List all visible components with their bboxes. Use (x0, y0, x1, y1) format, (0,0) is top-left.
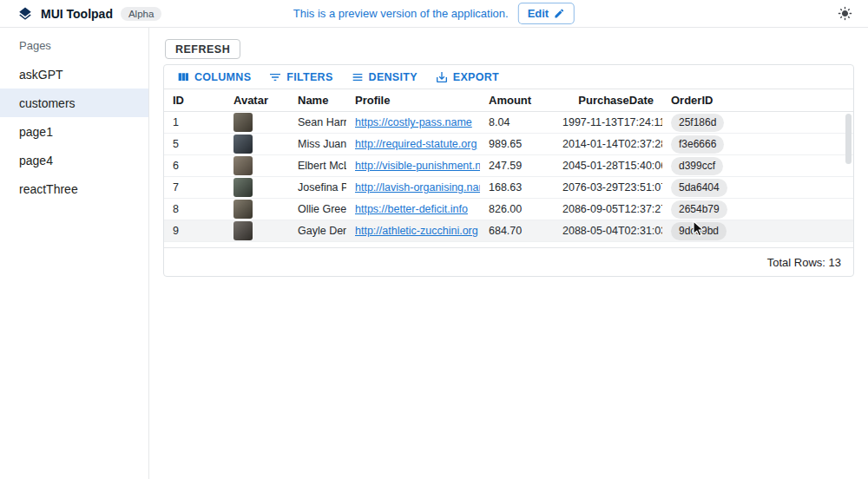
sidebar-item-label: customers (19, 96, 76, 110)
filters-button[interactable]: FILTERS (261, 68, 339, 87)
cell-orderid: 25f186d (662, 114, 853, 132)
cell-amount: 8.04 (480, 116, 554, 128)
vertical-scrollbar[interactable] (845, 114, 852, 164)
column-header-profile[interactable]: Profile (346, 94, 480, 107)
density-icon (351, 70, 365, 84)
cell-profile: http://visible-punishment.net (346, 160, 480, 172)
profile-link[interactable]: http://lavish-organising.name (355, 181, 480, 194)
order-id-chip[interactable]: 5da6404 (671, 179, 727, 197)
sidebar-item-customers[interactable]: customers (0, 89, 148, 117)
order-id-chip[interactable]: 2654b79 (671, 200, 727, 219)
cell-avatar (225, 135, 289, 154)
app-brand: MUI Toolpad Alpha (0, 6, 161, 22)
table-row[interactable]: 7 Josefina P... http://lavish-organising… (164, 177, 853, 199)
density-button-label: DENSITY (369, 71, 418, 83)
cell-avatar (225, 221, 289, 240)
cell-avatar (225, 178, 289, 197)
sidebar-item-askgpt[interactable]: askGPT (0, 60, 148, 89)
cell-avatar (225, 113, 289, 132)
profile-link[interactable]: http://athletic-zucchini.org (355, 225, 478, 237)
cell-purchasedate: 2088-05-04T02:31:03.294Z (554, 225, 662, 237)
toolpad-logo-icon (17, 6, 33, 22)
sidebar-item-page4[interactable]: page4 (0, 146, 148, 174)
cell-purchasedate: 2014-01-14T02:37:28.536Z (554, 138, 662, 150)
app-window: MUI Toolpad Alpha This is a preview vers… (0, 0, 868, 479)
cell-id: 1 (164, 116, 225, 128)
table-row[interactable]: 6 Elbert McL... http://visible-punishmen… (164, 155, 853, 177)
cell-name: Ollie Green... (289, 203, 346, 215)
cell-amount: 684.70 (480, 225, 554, 237)
cell-avatar (225, 200, 289, 219)
table-row[interactable]: 8 Ollie Green... https://better-deficit.… (164, 199, 853, 220)
sidebar-item-reactthree[interactable]: reactThree (0, 174, 148, 203)
export-icon (435, 70, 449, 84)
column-header-amount[interactable]: Amount (480, 94, 554, 107)
sidebar-item-page1[interactable]: page1 (0, 117, 148, 146)
grid-footer: Total Rows: 13 (164, 247, 853, 276)
theme-toggle-button[interactable] (836, 4, 854, 23)
cell-profile: https://costly-pass.name (346, 116, 480, 128)
columns-button[interactable]: COLUMNS (169, 68, 258, 87)
cell-profile: http://lavish-organising.name (346, 181, 480, 194)
sidebar-section-label: Pages (0, 28, 148, 60)
sidebar-item-label: page4 (19, 154, 53, 167)
refresh-button[interactable]: REFRESH (165, 39, 240, 59)
filters-button-label: FILTERS (286, 71, 332, 83)
cell-purchasedate: 2045-01-28T15:40:06.325Z (554, 160, 662, 172)
table-row[interactable]: 5 Miss Juan ... http://required-statute.… (164, 134, 853, 155)
avatar-image (233, 156, 253, 175)
column-header-purchasedate[interactable]: PurchaseDate (554, 94, 662, 107)
table-header-row: ID Avatar Name Profile Amount PurchaseDa… (164, 89, 853, 112)
order-id-chip[interactable]: f3e6666 (671, 135, 724, 154)
cell-amount: 826.00 (480, 203, 554, 215)
cell-orderid: d399ccf (662, 157, 853, 175)
cell-purchasedate: 1997-11-13T17:24:11.769Z (554, 116, 662, 128)
column-header-id[interactable]: ID (164, 94, 225, 107)
table-row[interactable]: 9 Gayle Den... http://athletic-zucchini.… (164, 220, 853, 242)
total-rows-label: Total Rows: 13 (767, 256, 841, 269)
avatar-image (233, 113, 253, 132)
profile-link[interactable]: http://required-statute.org (355, 138, 477, 150)
profile-link[interactable]: http://visible-punishment.net (355, 160, 480, 172)
cell-profile: http://required-statute.org (346, 138, 480, 150)
sidebar-item-label: reactThree (19, 182, 78, 196)
table-row[interactable]: 1 Sean Harris https://costly-pass.name 8… (164, 112, 853, 134)
cell-name: Miss Juan ... (289, 138, 346, 150)
table-body: 1 Sean Harris https://costly-pass.name 8… (164, 112, 853, 242)
cell-orderid: 9dc59bd (662, 222, 853, 240)
export-button-label: EXPORT (453, 71, 499, 83)
column-header-name[interactable]: Name (289, 94, 346, 107)
order-id-chip[interactable]: 9dc59bd (671, 222, 727, 240)
cell-amount: 168.63 (480, 181, 554, 194)
cell-orderid: 2654b79 (662, 200, 853, 219)
edit-button-label: Edit (528, 7, 549, 20)
edit-button[interactable]: Edit (518, 3, 575, 24)
alpha-badge: Alpha (121, 7, 161, 21)
order-id-chip[interactable]: 25f186d (671, 114, 724, 132)
sidebar-item-label: askGPT (19, 68, 63, 82)
columns-icon (176, 70, 190, 84)
cell-id: 6 (164, 160, 225, 172)
cell-id: 5 (164, 138, 225, 150)
density-button[interactable]: DENSITY (344, 68, 424, 87)
header-actions (836, 4, 868, 23)
cell-amount: 989.65 (480, 138, 554, 150)
cell-profile: https://better-deficit.info (346, 203, 480, 215)
main-content: REFRESH COLUMNS FILTERS DENSITY EXPORT (149, 28, 868, 479)
cell-id: 8 (164, 203, 225, 215)
column-header-orderid[interactable]: OrderID (662, 94, 853, 107)
cell-name: Sean Harris (289, 116, 346, 128)
pencil-icon (554, 8, 565, 19)
profile-link[interactable]: https://costly-pass.name (355, 116, 472, 128)
cell-purchasedate: 2076-03-29T23:51:07.968Z (554, 181, 662, 194)
cell-name: Elbert McL... (289, 160, 346, 172)
app-header: MUI Toolpad Alpha This is a preview vers… (0, 0, 868, 28)
data-grid: COLUMNS FILTERS DENSITY EXPORT ID Avatar (163, 64, 854, 277)
order-id-chip[interactable]: d399ccf (671, 157, 723, 175)
cell-id: 7 (164, 181, 225, 194)
profile-link[interactable]: https://better-deficit.info (355, 203, 468, 215)
export-button[interactable]: EXPORT (428, 68, 506, 87)
sidebar-item-label: page1 (19, 125, 53, 139)
cell-name: Gayle Den... (289, 225, 346, 237)
column-header-avatar[interactable]: Avatar (225, 94, 289, 107)
